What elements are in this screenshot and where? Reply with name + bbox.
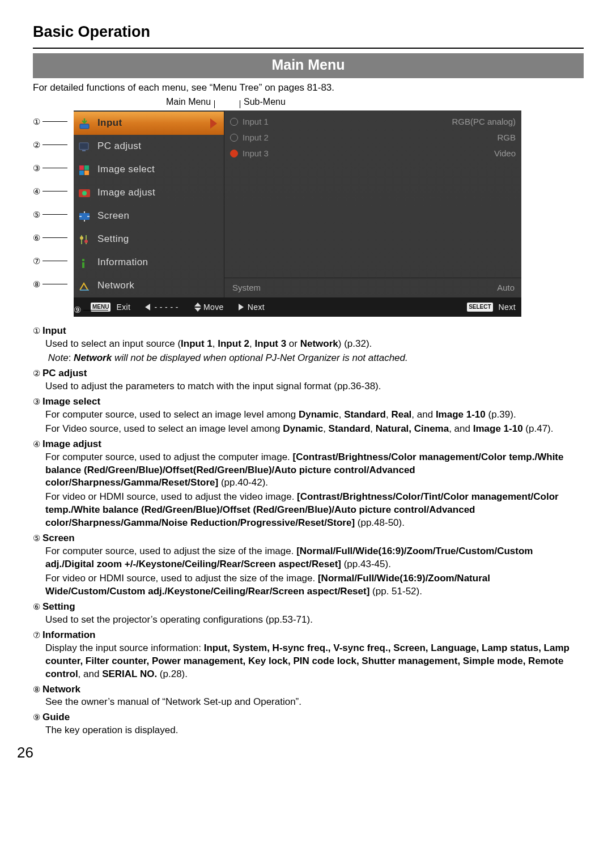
callout-guide: ⑨ [74,304,108,316]
svg-rect-1 [79,143,88,150]
sub-item-input1[interactable]: Input 1 RGB(PC analog) [230,114,516,130]
svg-point-8 [82,191,87,195]
arrow-right-icon [210,118,217,129]
descriptions: ①Input Used to select an input source (I… [33,325,584,737]
labels-row: Main Menu Sub-Menu [33,96,584,108]
sub-item-input3[interactable]: Input 3 Video [230,146,516,161]
guide-left: - - - - - [145,302,178,313]
menu-label: Image adjust [97,186,155,199]
triangle-left-icon [145,304,150,310]
menu-item-image-adjust[interactable]: Image adjust [74,181,224,205]
svg-rect-12 [82,259,84,261]
numbered-callouts: ① ② ③ ④ ⑤ ⑥ ⑦ ⑧ [33,115,67,291]
information-icon [77,257,92,269]
menu-label: Image select [97,163,155,176]
label-sub: Sub-Menu [240,96,286,108]
osd-sub-menu: Input 1 RGB(PC analog) Input 2 RGB Input… [224,110,521,297]
radio-checked-icon [230,150,238,158]
menu-label: Input [97,117,122,130]
menu-label: Setting [97,233,129,246]
image-adjust-icon [77,187,92,199]
input-icon [77,117,92,130]
guide-move: Move [193,302,224,313]
network-icon [77,280,92,292]
menu-label: PC adjust [97,140,141,153]
menu-item-pc-adjust[interactable]: PC adjust [74,135,224,158]
triangle-right-icon [239,304,244,310]
osd-main-menu: Input PC adjust Image select Image adjus… [74,110,224,297]
menu-item-image-select[interactable]: Image select [74,158,224,181]
svg-point-11 [84,240,88,243]
menu-item-screen[interactable]: Screen [74,205,224,228]
svg-rect-13 [82,262,84,268]
section-title: Basic Operation [33,22,584,42]
svg-rect-0 [80,124,89,129]
svg-rect-2 [82,150,86,151]
radio-unchecked-icon [230,134,238,142]
radio-unchecked-icon [230,118,238,126]
osd-guide-bar: MENUExit - - - - - Move Next SELECTNext [74,297,521,317]
menu-label: Network [97,279,134,292]
menu-item-setting[interactable]: Setting [74,228,224,251]
screen-icon [77,210,92,223]
osd-panel: Input PC adjust Image select Image adjus… [74,110,521,317]
intro-text: For detailed functions of each menu, see… [33,82,584,95]
rule [33,48,584,49]
sub-item-input2[interactable]: Input 2 RGB [230,130,516,146]
svg-rect-4 [84,165,89,170]
menu-label: Information [97,256,148,269]
image-select-icon [77,164,92,176]
guide-select-next: SELECTNext [467,302,516,313]
menu-item-input[interactable]: Input [74,112,224,135]
svg-rect-5 [79,171,84,175]
menu-label: Screen [97,210,129,223]
system-row[interactable]: System Auto [224,278,521,297]
triangle-updown-icon [193,303,201,312]
label-main: Main Menu [166,96,215,108]
osd-screenshot: ① ② ③ ④ ⑤ ⑥ ⑦ ⑧ Input PC adjust [33,110,584,317]
setting-icon [77,233,92,246]
svg-point-10 [80,236,83,240]
svg-rect-6 [84,171,89,175]
menu-item-information[interactable]: Information [74,251,224,274]
pc-adjust-icon [77,141,92,153]
page-number: 26 [17,743,584,763]
svg-rect-3 [79,165,84,170]
subsection-banner: Main Menu [33,53,584,78]
menu-item-network[interactable]: Network [74,274,224,297]
guide-next: Next [239,302,265,313]
